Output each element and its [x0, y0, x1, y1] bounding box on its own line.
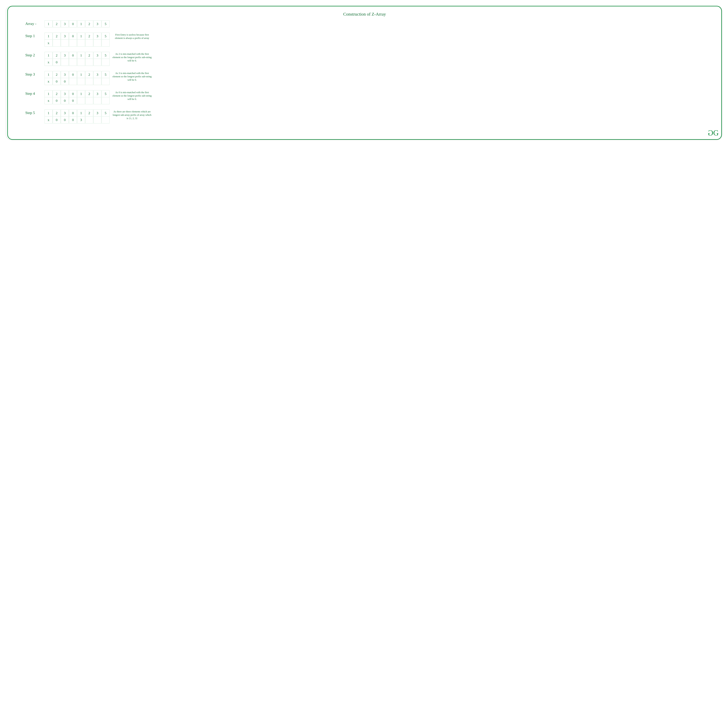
- step-top-cell: 1: [44, 52, 52, 59]
- step-top-cell: 0: [69, 52, 77, 59]
- step-top-cell: 3: [93, 52, 101, 59]
- array-cell: 1: [77, 20, 85, 28]
- step-row: Step 412301235x000As 0 is mis-matched wi…: [17, 90, 713, 104]
- step-top-cell: 3: [61, 33, 69, 40]
- step-bottom-cell: [85, 59, 93, 66]
- step-top-cell: 3: [61, 52, 69, 59]
- step-top-cell: 1: [77, 71, 85, 78]
- step-description: As 3 is mis-matched with the first eleme…: [112, 71, 152, 82]
- array-cell: 5: [102, 20, 110, 28]
- step-top-cell: 3: [93, 71, 101, 78]
- gfg-logo-g1: G: [709, 128, 713, 137]
- step-description: As 2 is mis-matched with the first eleme…: [112, 52, 152, 63]
- step-top-cell: 3: [93, 110, 101, 116]
- step-bottom-cell: 0: [61, 78, 69, 85]
- step-bottom-cell: [93, 78, 101, 85]
- array-cell: 3: [93, 20, 101, 28]
- step-top-cell: 0: [69, 110, 77, 116]
- array-cell: 0: [69, 20, 77, 28]
- step-description: As 0 is mis-matched with the first eleme…: [112, 90, 152, 101]
- step-tables: 12301235x: [44, 33, 110, 47]
- step-bottom-cell: 0: [69, 97, 77, 104]
- gfg-logo: GG: [709, 128, 717, 137]
- step-label: Step 2: [17, 52, 44, 57]
- array-cell: 2: [53, 20, 61, 28]
- step-top-cell: 2: [53, 110, 61, 116]
- step-bottom-table: x0003: [44, 116, 110, 124]
- step-tables: 12301235x0: [44, 52, 110, 66]
- step-bottom-cell: [85, 78, 93, 85]
- step-top-table: 12301235: [44, 52, 110, 59]
- step-bottom-cell: [93, 116, 101, 124]
- step-top-cell: 5: [102, 33, 110, 40]
- step-top-cell: 1: [44, 110, 52, 116]
- step-bottom-cell: [61, 40, 69, 47]
- step-bottom-cell: [85, 116, 93, 124]
- array-desc-empty: [112, 20, 152, 21]
- diagram-title: Construction of Z-Array: [17, 12, 713, 17]
- step-top-cell: 2: [85, 71, 93, 78]
- step-top-cell: 2: [85, 90, 93, 97]
- gfg-logo-g2: G: [713, 128, 717, 137]
- outer-shadow-frame: Construction of Z-Array Array - 12301235…: [6, 6, 722, 140]
- step-top-cell: 1: [77, 33, 85, 40]
- step-bottom-cell: [69, 78, 77, 85]
- step-top-cell: 3: [61, 110, 69, 116]
- step-bottom-cell: [77, 97, 85, 104]
- step-bottom-cell: [102, 59, 110, 66]
- step-bottom-cell: [93, 59, 101, 66]
- step-description: As there are three elements which are lo…: [112, 110, 152, 120]
- step-bottom-cell: [102, 78, 110, 85]
- step-bottom-cell: 0: [53, 78, 61, 85]
- step-description: First Entry is useless because first ele…: [112, 33, 152, 40]
- step-bottom-cell: [102, 116, 110, 124]
- step-top-cell: 1: [77, 90, 85, 97]
- step-bottom-cell: [93, 40, 101, 47]
- step-bottom-cell: [53, 40, 61, 47]
- step-top-cell: 2: [53, 71, 61, 78]
- step-top-cell: 3: [93, 33, 101, 40]
- step-top-cell: 2: [53, 33, 61, 40]
- diagram-frame: Construction of Z-Array Array - 12301235…: [7, 6, 722, 140]
- step-bottom-cell: [69, 59, 77, 66]
- step-top-cell: 2: [53, 90, 61, 97]
- step-bottom-cell: [93, 97, 101, 104]
- step-top-cell: 2: [53, 52, 61, 59]
- step-bottom-cell: 0: [69, 116, 77, 124]
- step-row: Step 312301235x00As 3 is mis-matched wit…: [17, 71, 713, 85]
- step-bottom-cell: 3: [77, 116, 85, 124]
- array-label: Array -: [17, 20, 44, 26]
- array-cell: 3: [61, 20, 69, 28]
- step-bottom-cell: [77, 59, 85, 66]
- array-cell: 1: [44, 20, 52, 28]
- step-bottom-cell: [102, 40, 110, 47]
- step-bottom-cell: [77, 78, 85, 85]
- step-top-cell: 1: [44, 71, 52, 78]
- step-row: Step 212301235x0As 2 is mis-matched with…: [17, 52, 713, 66]
- step-top-cell: 5: [102, 110, 110, 116]
- step-bottom-cell: 0: [53, 59, 61, 66]
- step-bottom-cell: x: [44, 116, 52, 124]
- step-label: Step 1: [17, 33, 44, 38]
- step-bottom-cell: x: [44, 78, 52, 85]
- step-top-cell: 1: [77, 110, 85, 116]
- step-top-cell: 0: [69, 33, 77, 40]
- step-bottom-cell: x: [44, 40, 52, 47]
- step-bottom-cell: [69, 40, 77, 47]
- array-cell: 2: [85, 20, 93, 28]
- step-bottom-cell: 0: [61, 97, 69, 104]
- step-top-table: 12301235: [44, 33, 110, 40]
- step-top-cell: 2: [85, 52, 93, 59]
- step-top-cell: 2: [85, 33, 93, 40]
- array-table-wrap: 12301235: [44, 20, 110, 28]
- step-bottom-cell: [85, 40, 93, 47]
- step-top-cell: 0: [69, 90, 77, 97]
- step-bottom-table: x: [44, 40, 110, 47]
- step-tables: 12301235x00: [44, 71, 110, 85]
- step-label: Step 3: [17, 71, 44, 76]
- step-top-cell: 3: [93, 90, 101, 97]
- array-row: Array - 12301235: [17, 20, 713, 28]
- step-top-cell: 0: [69, 71, 77, 78]
- step-bottom-cell: x: [44, 59, 52, 66]
- step-bottom-cell: [102, 97, 110, 104]
